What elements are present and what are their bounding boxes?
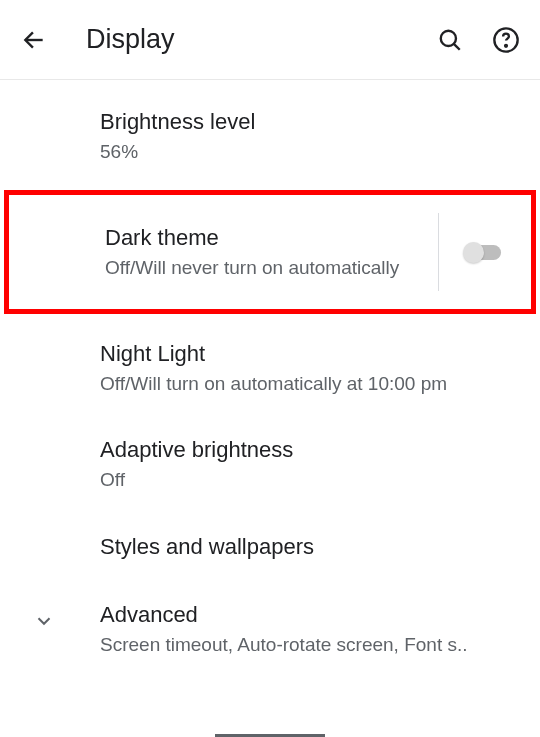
back-arrow-icon xyxy=(21,27,47,53)
night-light-subtitle: Off/Will turn on automatically at 10:00 … xyxy=(100,371,520,397)
advanced-subtitle: Screen timeout, Auto-rotate screen, Font… xyxy=(100,632,520,658)
styles-wallpapers-item[interactable]: Styles and wallpapers xyxy=(0,513,540,582)
page-title: Display xyxy=(86,24,436,55)
dark-theme-toggle[interactable] xyxy=(463,242,503,262)
dark-theme-text: Dark theme Off/Will never turn on automa… xyxy=(105,224,438,280)
header-actions xyxy=(436,26,520,54)
advanced-title: Advanced xyxy=(100,601,520,630)
back-button[interactable] xyxy=(20,26,48,54)
dark-theme-title: Dark theme xyxy=(105,224,422,253)
dark-theme-highlight: Dark theme Off/Will never turn on automa… xyxy=(4,190,536,314)
styles-wallpapers-title: Styles and wallpapers xyxy=(100,533,520,562)
help-button[interactable] xyxy=(492,26,520,54)
night-light-item[interactable]: Night Light Off/Will turn on automatical… xyxy=(0,320,540,416)
settings-list: Brightness level 56% Dark theme Off/Will… xyxy=(0,80,540,678)
svg-point-4 xyxy=(505,44,507,46)
brightness-title: Brightness level xyxy=(100,108,520,137)
toggle-thumb xyxy=(463,242,484,263)
svg-line-2 xyxy=(454,43,460,49)
dark-theme-subtitle: Off/Will never turn on automatically xyxy=(105,255,422,281)
expand-button[interactable] xyxy=(32,609,56,633)
dark-theme-item[interactable]: Dark theme Off/Will never turn on automa… xyxy=(9,195,531,309)
search-icon xyxy=(437,27,463,53)
search-button[interactable] xyxy=(436,26,464,54)
help-icon xyxy=(492,26,520,54)
toggle-divider xyxy=(438,213,439,291)
night-light-title: Night Light xyxy=(100,340,520,369)
chevron-down-icon xyxy=(33,610,55,632)
brightness-value: 56% xyxy=(100,139,520,165)
app-header: Display xyxy=(0,0,540,80)
adaptive-brightness-subtitle: Off xyxy=(100,467,520,493)
advanced-item[interactable]: Advanced Screen timeout, Auto-rotate scr… xyxy=(0,581,540,677)
brightness-level-item[interactable]: Brightness level 56% xyxy=(0,88,540,184)
adaptive-brightness-item[interactable]: Adaptive brightness Off xyxy=(0,416,540,512)
svg-point-1 xyxy=(441,30,456,45)
adaptive-brightness-title: Adaptive brightness xyxy=(100,436,520,465)
